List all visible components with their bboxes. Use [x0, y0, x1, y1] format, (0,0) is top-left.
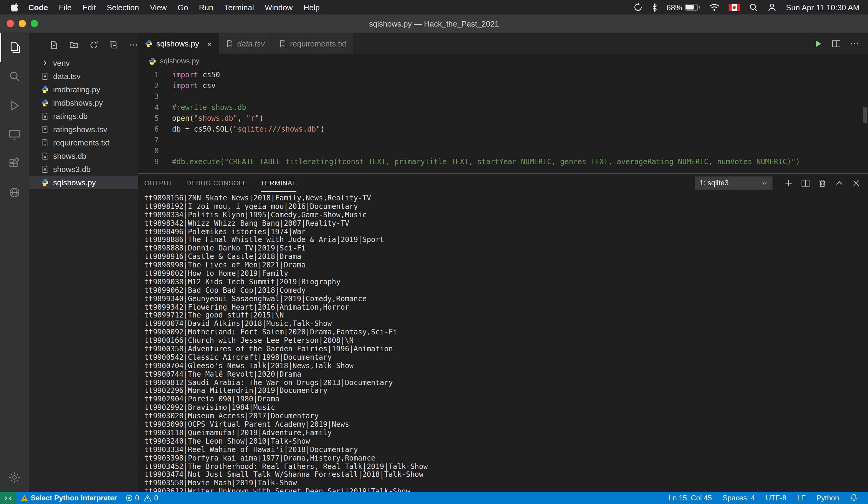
menu-edit[interactable]: Edit: [77, 3, 101, 12]
cursor-position[interactable]: Ln 15, Col 45: [664, 494, 716, 502]
menu-bar-clock[interactable]: Sun Apr 11 10:30 AM: [786, 3, 859, 12]
breadcrumb[interactable]: sqlshows.py: [138, 54, 868, 68]
file-tree-item-shows.db[interactable]: shows.db: [29, 149, 138, 162]
file-tree-item-imdbshows.py[interactable]: imdbshows.py: [29, 96, 138, 109]
code-line-3[interactable]: 3: [138, 91, 868, 102]
spotlight-icon[interactable]: [749, 3, 758, 12]
menu-run[interactable]: Run: [194, 3, 219, 12]
new-folder-icon[interactable]: [70, 40, 79, 49]
menu-selection[interactable]: Selection: [101, 3, 145, 12]
code-line-6[interactable]: 6db = cs50.SQL("sqlite:///shows.db"): [138, 124, 868, 135]
close-tab-icon[interactable]: ×: [207, 40, 212, 48]
language-mode[interactable]: Python: [812, 494, 843, 502]
encoding[interactable]: UTF-8: [762, 494, 790, 502]
bluetooth-icon[interactable]: [652, 3, 657, 12]
new-terminal-icon[interactable]: [784, 178, 793, 187]
editor-scrollbar[interactable]: [863, 107, 867, 123]
file-tree-item-shows3.db[interactable]: shows3.db: [29, 162, 138, 176]
file-tree-item-venv[interactable]: venv: [29, 56, 138, 69]
apple-menu-icon[interactable]: [11, 2, 19, 12]
window-title-bar[interactable]: sqlshows.py — Hack_the_Past_2021: [0, 14, 868, 33]
line-content: [159, 145, 172, 156]
editor-tab-bar: sqlshows.py×data.tsvrequirements.txt: [138, 33, 868, 54]
indentation[interactable]: Spaces: 4: [719, 494, 760, 502]
panel-tab-output[interactable]: OUTPUT: [144, 174, 173, 192]
globe-icon[interactable]: [0, 178, 29, 207]
more-editor-actions-icon[interactable]: [850, 39, 859, 48]
tab-sqlshows.py[interactable]: sqlshows.py×: [138, 33, 219, 54]
file-icon: [279, 40, 287, 48]
file-label: shows.db: [53, 151, 86, 160]
panel-tab-terminal[interactable]: TERMINAL: [261, 174, 296, 192]
more-actions-icon[interactable]: [129, 40, 138, 49]
maximize-panel-icon[interactable]: [835, 178, 844, 187]
terminal-line: tt9898192|I zoi mou, i ygeia mou|2016|Do…: [144, 203, 868, 211]
code-line-1[interactable]: 1import cs50: [138, 69, 868, 80]
python-interpreter-warning[interactable]: Select Python Interpreter: [16, 494, 121, 502]
new-file-icon[interactable]: [50, 40, 59, 49]
menu-help[interactable]: Help: [298, 3, 326, 12]
menu-terminal[interactable]: Terminal: [219, 3, 259, 12]
battery-indicator[interactable]: 68%: [666, 3, 700, 12]
code-line-8[interactable]: 8: [138, 145, 868, 156]
terminal-line: tt9903240|The Leon Show|2010|Talk-Show: [144, 438, 868, 446]
line-content: import csv: [159, 80, 216, 91]
breadcrumb-file[interactable]: sqlshows.py: [160, 57, 199, 65]
code-line-2[interactable]: 2import csv: [138, 80, 868, 91]
line-number: 8: [138, 145, 159, 156]
remote-explorer-icon[interactable]: [0, 120, 29, 149]
menu-file[interactable]: File: [53, 3, 77, 12]
run-python-file-icon[interactable]: [814, 39, 823, 48]
code-line-5[interactable]: 5open("shows.db", "r"): [138, 113, 868, 124]
menu-view[interactable]: View: [145, 3, 172, 12]
panel-tab-debug-console[interactable]: DEBUG CONSOLE: [186, 174, 247, 192]
code-line-7[interactable]: 7: [138, 135, 868, 145]
file-tree-item-requirements.txt[interactable]: requirements.txt: [29, 136, 138, 149]
terminal-line: tt9898334|Politis Klynn|1995|Comedy,Game…: [144, 211, 868, 220]
file-icon: [40, 72, 50, 80]
terminal-output[interactable]: tt9898156|ZNN Skate News|2018|Family,New…: [138, 192, 868, 492]
input-source-flag-icon[interactable]: [728, 4, 740, 11]
problems-indicator[interactable]: 0 0: [121, 494, 162, 502]
terminal-line: tt9903090|OCPS Virtual Parent Academy|20…: [144, 421, 868, 429]
file-tree-item-ratings.db[interactable]: ratings.db: [29, 109, 138, 123]
notifications-bell-icon[interactable]: [846, 494, 862, 502]
file-icon: [40, 152, 50, 160]
remote-indicator[interactable]: [0, 492, 16, 504]
tab-requirements.txt[interactable]: requirements.txt: [272, 33, 353, 54]
close-window-button[interactable]: [7, 20, 14, 27]
file-tree-item-sqlshows.py[interactable]: sqlshows.py: [29, 176, 138, 189]
user-icon[interactable]: [767, 2, 777, 12]
code-editor[interactable]: 1import cs502import csv34#rewrite shows.…: [138, 68, 868, 173]
file-tree-item-imdbrating.py[interactable]: imdbrating.py: [29, 83, 138, 96]
collapse-all-icon[interactable]: [109, 40, 118, 49]
zoom-window-button[interactable]: [31, 20, 38, 27]
file-tree-item-data.tsv[interactable]: data.tsv: [29, 69, 138, 83]
explorer-sidebar: venvdata.tsvimdbrating.pyimdbshows.pyrat…: [29, 33, 138, 492]
minimize-window-button[interactable]: [19, 20, 26, 27]
settings-gear-icon[interactable]: [0, 463, 29, 492]
split-terminal-icon[interactable]: [801, 178, 810, 187]
extensions-icon[interactable]: [0, 149, 29, 178]
eol-sequence[interactable]: LF: [793, 494, 810, 502]
file-tree-item-ratingshows.tsv[interactable]: ratingshows.tsv: [29, 123, 138, 136]
split-editor-icon[interactable]: [832, 39, 841, 48]
terminal-line: tt9899340|Geunyeoui Sasaenghwal|2019|Com…: [144, 295, 868, 303]
search-icon[interactable]: [0, 62, 29, 91]
wifi-icon[interactable]: [709, 3, 720, 11]
code-line-9[interactable]: 9#db.execute("CREATE TABLE titlerating(t…: [138, 156, 868, 167]
file-label: ratings.db: [53, 111, 87, 121]
run-debug-icon[interactable]: [0, 91, 29, 120]
refresh-icon[interactable]: [89, 40, 99, 49]
terminal-shell-select[interactable]: 1: sqlite3: [695, 176, 773, 190]
menu-go[interactable]: Go: [172, 3, 194, 12]
kill-terminal-trash-icon[interactable]: [818, 178, 827, 187]
file-label: venv: [53, 58, 70, 67]
close-panel-icon[interactable]: [852, 178, 861, 187]
menu-window[interactable]: Window: [259, 3, 298, 12]
menu-code[interactable]: Code: [23, 3, 53, 12]
tab-data.tsv[interactable]: data.tsv: [219, 33, 272, 54]
explorer-icon[interactable]: [0, 33, 29, 62]
code-line-4[interactable]: 4#rewrite shows.db: [138, 102, 868, 113]
update-icon[interactable]: [633, 2, 643, 12]
